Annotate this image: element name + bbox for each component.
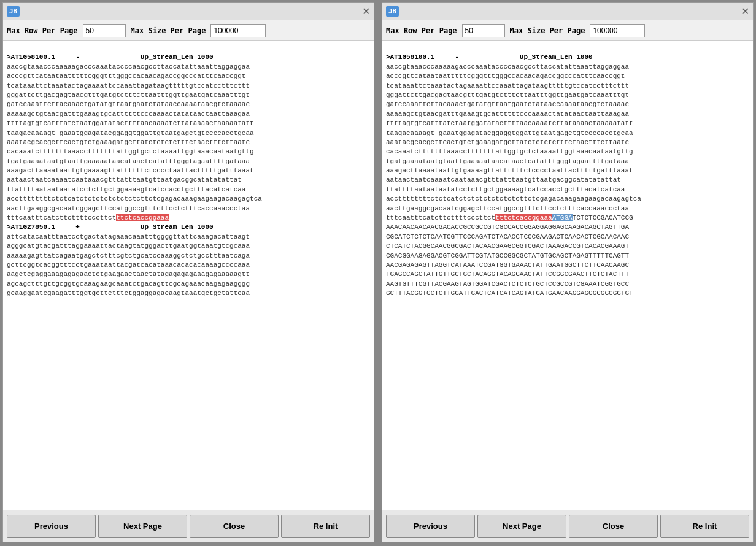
left-close-button[interactable]: Close	[190, 515, 279, 538]
right-seq-line: gggattcttgacgagtaacgtttgatgtctttcttaattt…	[386, 91, 629, 99]
right-seq-line: CGCATCTCTCTCAATCGTTCCCAGATCTACACCTCCCGAA…	[386, 233, 629, 240]
right-seq-line: aacttgaaggcgacaatcggagcttccatggccgtttctt…	[386, 205, 629, 212]
right-seq-line: cacaaatctttttttaaacctttttttattggtgctctaa…	[386, 148, 633, 155]
left-gene-header-1: >AT1G58100.1 - Up_Stream_Len 1000	[7, 53, 214, 61]
right-seq-line: tgatgaaaataatgtaattgaaaaataacataactcatat…	[386, 158, 629, 165]
right-max-row-input[interactable]	[462, 24, 505, 37]
right-seq-line: aataactaatcaaaatcaataaacgtttatttaatgttaa…	[386, 176, 621, 183]
right-seq-line: accttttttttctctcatctctctctctctctcttctcga…	[386, 195, 641, 202]
right-seq-line: tttcaatttcatcttcttttcccttcttttctcaccggaa…	[386, 214, 633, 221]
left-footer: Previous Next Page Close Re Init	[3, 510, 374, 542]
right-seq-line: aaccgtaaacccaaaaagacccaaataccccaacgcctta…	[386, 63, 629, 71]
left-seq-line: accttttttttctctcatctctctctctctctcttctcga…	[7, 195, 262, 202]
right-gene-header-1: >AT1G58100.1 - Up_Stream_Len 1000	[386, 53, 593, 61]
left-max-size-label: Max Size Per Page	[131, 26, 206, 35]
desktop: JB ✕ Max Row Per Page Max Size Per Page …	[0, 0, 756, 546]
left-seq-line: gcaaggaatcgaagatttggtgcttctttctggaggagac…	[7, 290, 250, 297]
right-max-size-label: Max Size Per Page	[510, 26, 585, 35]
right-seq-line: AACGAGAGAGTTAGGTCATAAATCCGATGGTGAAACTATT…	[386, 261, 629, 269]
right-seq-line: tcataaattctaaatactagaaaattccaaattagataag…	[386, 82, 629, 90]
right-highlight-red: tttctcaccggaaa	[495, 214, 552, 221]
left-close-button[interactable]: ✕	[362, 7, 370, 17]
panel-left: JB ✕ Max Row Per Page Max Size Per Page …	[2, 2, 374, 542]
left-seq-line: aataactaatcaaaatcaataaacgtttatttaatgttaa…	[7, 176, 242, 183]
left-seq-line: aaagacttaaaataattgtgaaaagttattttttctcccc…	[7, 167, 254, 174]
right-controls: Max Row Per Page Max Size Per Page	[382, 20, 753, 41]
left-seq-line: aagctcgaggaaagagagaactctgaagaactaactatag…	[7, 271, 250, 278]
right-max-size-input[interactable]	[590, 24, 645, 37]
left-seq-line: aaatacgcacgcttcactgtctgaaagatgcttatctctc…	[7, 139, 250, 146]
left-gene-header-2: >AT1G27850.1 + Up_Stream_Len 1000	[7, 223, 214, 231]
left-seq-line: aacttgaaggcgacaatcggagcttccatggccgtttctt…	[7, 205, 250, 212]
right-seq-line: TGAGCCAGCTATTGTTGCTGCTACAGGTACAGGAACTATT…	[386, 271, 629, 278]
right-previous-button[interactable]: Previous	[386, 515, 475, 538]
right-highlight-blue-1: ATGGA	[552, 214, 573, 221]
left-next-page-button[interactable]: Next Page	[98, 515, 187, 538]
left-max-size-input[interactable]	[210, 24, 266, 37]
right-seq-line: taagacaaaagt gaaatggagatacggaggtggattgta…	[386, 129, 633, 137]
left-sequence-area: >AT1G58100.1 - Up_Stream_Len 1000 aaccgt…	[3, 41, 374, 510]
left-seq-line: taagacaaaagt gaaatggagatacggaggtggattgta…	[7, 129, 254, 137]
left-seq-line: aaccgtaaacccaaaaagacccaaataccccaacgcctta…	[7, 63, 250, 71]
left-seq-line: agggcatgtacgatttaggaaaattactaagtatgggact…	[7, 242, 250, 250]
left-seq-line: agcagctttgttgcggtgcaaagaagcaaatctgacagtt…	[7, 280, 250, 288]
right-seq-line: aaagacttaaaataattgtgaaaagttattttttctcccc…	[386, 167, 633, 174]
right-logo: JB	[386, 6, 399, 17]
left-seq-line: gatccaaattcttacaaactgatatgttaatgaatctata…	[7, 101, 250, 108]
right-reinit-button[interactable]: Re Init	[660, 515, 749, 538]
right-seq-line: GCTTTACGGTGCTCTTGGATTGACTCATCATCAGTATGAT…	[386, 290, 633, 297]
right-seq-line: aaatacgcacgcttcactgtctgaaagatgcttatctctc…	[386, 139, 629, 146]
right-seq-line: CTCATCTACGGCAACGGCGACTACAACGAAGCGGTCGACT…	[386, 242, 629, 250]
left-reinit-button[interactable]: Re Init	[281, 515, 370, 538]
right-seq-line: AAACAACAACAACGACACCGCCGCCGTCGCCACCGGAGGA…	[386, 223, 629, 231]
left-max-row-label: Max Row Per Page	[7, 26, 78, 35]
right-footer: Previous Next Page Close Re Init	[382, 510, 753, 542]
right-seq-line: AAGTGTTTCGTTACGAAGTAGTGGATCGACTCTCTCTGCT…	[386, 280, 629, 288]
left-seq-line: gcttcggtcacggtttcctgaaataattacgatcacataa…	[7, 261, 250, 269]
left-seq-line: aaaaagctgtaacgatttgaaagtgcattttttcccaaaa…	[7, 110, 250, 118]
right-seq-line: aaaaagctgtaacgatttgaaagtgcattttttcccaaaa…	[386, 110, 629, 118]
right-seq-line: ttttagtgtcatttatctaatggatatacttttaacaaaa…	[386, 120, 633, 127]
panel-divider	[377, 2, 379, 544]
left-logo: JB	[7, 6, 20, 17]
right-close-button[interactable]: Close	[569, 515, 658, 538]
right-seq-line: gatccaaattcttacaaactgatatgttaatgaatctata…	[386, 101, 629, 108]
right-max-row-label: Max Row Per Page	[386, 26, 457, 35]
right-seq-line: acccgttcataataatttttcgggtttgggccacaacaga…	[386, 72, 625, 80]
left-seq-line: ttttagtgtcatttatctaatggatatacttttaacaaaa…	[7, 120, 254, 127]
right-seq-line: ttattttaataataatatcctcttgctggaaaagtcatcc…	[386, 186, 625, 193]
left-seq-line: tttcaatttcatcttcttttcccttctttctcaccggaaa	[7, 214, 169, 221]
right-sequence-area: >AT1G58100.1 - Up_Stream_Len 1000 aaccgt…	[382, 41, 753, 510]
right-next-page-button[interactable]: Next Page	[477, 515, 566, 538]
right-titlebar: JB ✕	[382, 3, 753, 20]
left-seq-line: tgatgaaaataatgtaattgaaaaataacataactcatat…	[7, 158, 250, 165]
left-seq-line: attcatacaatttaatcctgactatagaaacaaatttggg…	[7, 233, 250, 240]
left-seq-line: aaaaagagttatcagaatgagctctttcgtctgcatccaa…	[7, 252, 250, 260]
left-seq-line: cacaaatctttttttaaacctttttttattggtgctctaa…	[7, 148, 254, 155]
left-seq-line: acccgttcataataatttttcgggtttgggccacaacaga…	[7, 72, 245, 80]
right-sequence-content[interactable]: >AT1G58100.1 - Up_Stream_Len 1000 aaccgt…	[382, 41, 753, 510]
left-controls: Max Row Per Page Max Size Per Page	[3, 20, 374, 41]
left-sequence-content[interactable]: >AT1G58100.1 - Up_Stream_Len 1000 aaccgt…	[3, 41, 374, 510]
left-seq-line: gggattcttgacgagtaacgtttgatgtctttcttaattt…	[7, 91, 250, 99]
right-seq-line: CGACGGAAGAGGACGTCGGATTCGTATGCCGGCGCTATGT…	[386, 252, 629, 260]
left-seq-line: tcataaattctaaatactagaaaattccaaattagataag…	[7, 82, 250, 90]
left-titlebar: JB ✕	[3, 3, 374, 20]
left-max-row-input[interactable]	[83, 24, 126, 37]
panel-right: JB ✕ Max Row Per Page Max Size Per Page …	[382, 2, 754, 542]
right-close-button[interactable]: ✕	[741, 7, 749, 17]
left-previous-button[interactable]: Previous	[7, 515, 96, 538]
left-seq-line: ttattttaataataatatcctcttgctggaaaagtcatcc…	[7, 186, 245, 193]
left-highlight-red: ttctcaccggaaa	[116, 214, 169, 221]
